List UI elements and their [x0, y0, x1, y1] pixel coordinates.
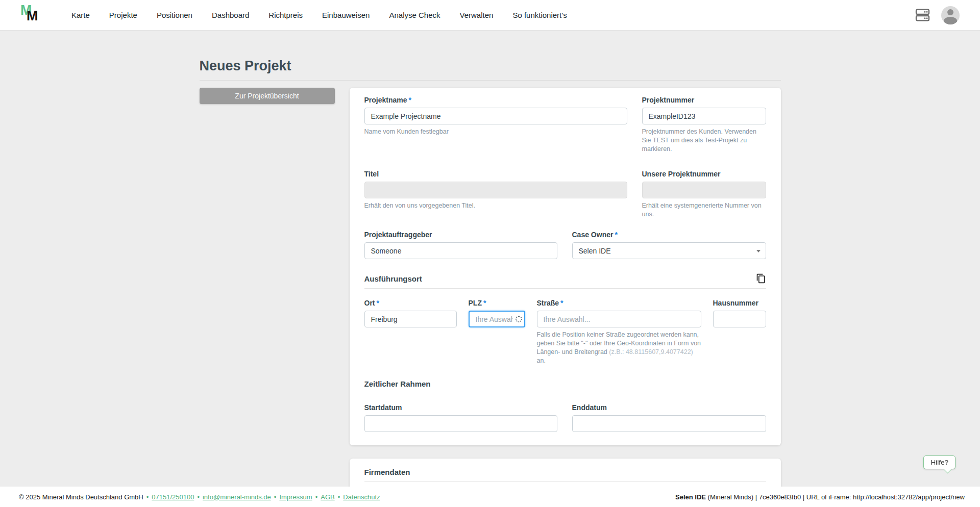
- user-avatar[interactable]: [941, 6, 960, 24]
- titel-hint: Erhält den von uns vorgegebenen Titel.: [364, 201, 627, 210]
- nav-item-verwalten[interactable]: Verwalten: [460, 11, 494, 19]
- nav-item-karte[interactable]: Karte: [71, 11, 90, 19]
- titel-label: Titel: [364, 170, 627, 178]
- ort-label: Ort*: [364, 299, 457, 307]
- help-button[interactable]: Hilfe?: [923, 455, 955, 469]
- session-user: Selen IDE: [675, 493, 706, 501]
- required-asterisk: *: [483, 299, 486, 307]
- case-owner-field: Case Owner* Selen IDE: [572, 231, 766, 259]
- projektauftraggeber-label: Projektauftraggeber: [364, 231, 557, 239]
- agb-link[interactable]: AGB: [321, 493, 334, 501]
- unsere-projektnummer-input: [642, 182, 766, 198]
- datenschutz-link[interactable]: Datenschutz: [343, 493, 380, 501]
- left-column: Zur Projektübersicht: [200, 88, 335, 104]
- hausnummer-input[interactable]: [713, 311, 766, 327]
- impressum-link[interactable]: Impressum: [279, 493, 312, 501]
- ausfuehrungsort-section-header: Ausführungsort: [364, 273, 766, 284]
- top-navigation-bar: M M Karte Projekte Positionen Dashboard …: [0, 0, 980, 31]
- plz-label: PLZ*: [469, 299, 525, 307]
- nav-item-so-funktionierts[interactable]: So funktioniert's: [512, 11, 567, 19]
- page-title: Neues Projekt: [200, 58, 781, 74]
- title-divider: [200, 80, 781, 81]
- back-to-projects-button[interactable]: Zur Projektübersicht: [200, 88, 335, 104]
- projektauftraggeber-input[interactable]: [364, 242, 557, 259]
- case-owner-label: Case Owner*: [572, 231, 766, 239]
- plz-field: PLZ*: [469, 299, 525, 327]
- zeitlicher-rahmen-section-title: Zeitlicher Rahmen: [364, 379, 431, 388]
- projektname-label: Projektname*: [364, 96, 627, 104]
- nav-item-positionen[interactable]: Positionen: [157, 11, 192, 19]
- startdatum-field: Startdatum: [364, 403, 557, 432]
- enddatum-input[interactable]: [572, 415, 766, 432]
- projektname-hint: Name vom Kunden festlegbar: [364, 128, 627, 136]
- hausnummer-label: Hausnummer: [713, 299, 766, 307]
- session-info: Selen IDE (Mineral Minds) | 7ce360e83fb0…: [675, 493, 965, 501]
- topbar-actions: [915, 6, 960, 24]
- titel-field: Titel Erhält den von uns vorgegebenen Ti…: [364, 170, 627, 210]
- case-owner-selected-value: Selen IDE: [579, 247, 611, 255]
- required-asterisk: *: [560, 299, 563, 307]
- enddatum-field: Enddatum: [572, 403, 766, 432]
- server-icon[interactable]: [915, 8, 930, 22]
- page-content: Neues Projekt Zur Projektübersicht Proje…: [200, 31, 781, 507]
- strasse-input[interactable]: [537, 311, 701, 327]
- copy-address-button[interactable]: [756, 273, 766, 284]
- unsere-projektnummer-hint: Erhält eine systemgenerierte Nummer von …: [642, 201, 766, 219]
- titel-input: [364, 182, 627, 198]
- firmendaten-section-header: Firmendaten: [364, 468, 766, 476]
- ort-input[interactable]: [364, 311, 457, 327]
- nav-item-dashboard[interactable]: Dashboard: [212, 11, 249, 19]
- hausnummer-field: Hausnummer: [713, 299, 766, 327]
- projektname-input[interactable]: [364, 108, 627, 124]
- required-asterisk: *: [409, 96, 411, 104]
- nav-item-analyse-check[interactable]: Analyse Check: [389, 11, 440, 19]
- projektnummer-field: Projektnummer Projektnummer des Kunden. …: [642, 96, 766, 154]
- zeitlicher-rahmen-section-header: Zeitlicher Rahmen: [364, 379, 766, 388]
- strasse-label: Straße*: [537, 299, 701, 307]
- page-footer: © 2025 Mineral Minds Deutschland GmbH • …: [0, 487, 980, 507]
- unsere-projektnummer-field: Unsere Projektnummer Erhält eine systemg…: [642, 170, 766, 219]
- projektauftraggeber-field: Projektauftraggeber: [364, 231, 557, 259]
- nav-item-projekte[interactable]: Projekte: [109, 11, 137, 19]
- required-asterisk: *: [615, 231, 617, 239]
- unsere-projektnummer-label: Unsere Projektnummer: [642, 170, 766, 178]
- copy-icon: [756, 273, 766, 284]
- avatar-body-shape: [944, 17, 957, 24]
- brand-logo[interactable]: M M: [20, 4, 45, 27]
- phone-link[interactable]: 07151/250100: [152, 493, 194, 501]
- ausfuehrungsort-section-title: Ausführungsort: [364, 274, 422, 283]
- section-divider: [364, 481, 766, 481]
- avatar-head-shape: [947, 9, 953, 15]
- chevron-down-icon: [756, 250, 761, 252]
- speech-bubble-tail: [944, 465, 952, 473]
- footer-company-info: © 2025 Mineral Minds Deutschland GmbH • …: [19, 493, 380, 501]
- logo-letter-black: M: [27, 8, 38, 24]
- enddatum-label: Enddatum: [572, 403, 766, 412]
- main-nav: Karte Projekte Positionen Dashboard Rich…: [71, 11, 915, 19]
- section-divider: [364, 393, 766, 393]
- session-details: (Mineral Minds) | 7ce360e83fb0 | URL of …: [706, 493, 965, 501]
- nav-item-richtpreis[interactable]: Richtpreis: [268, 11, 303, 19]
- nav-item-einbauweisen[interactable]: Einbauweisen: [322, 11, 370, 19]
- strasse-hint: Falls die Position keiner Straße zugeord…: [537, 331, 701, 365]
- projektnummer-hint: Projektnummer des Kunden. Verwenden Sie …: [642, 128, 766, 154]
- required-asterisk: *: [377, 299, 379, 307]
- startdatum-label: Startdatum: [364, 403, 557, 412]
- firmendaten-section-title: Firmendaten: [364, 468, 410, 476]
- project-form-card: Projektname* Name vom Kunden festlegbar …: [350, 88, 781, 445]
- section-divider: [364, 288, 766, 289]
- loading-spinner-icon: [516, 316, 522, 322]
- help-button-label: Hilfe?: [930, 459, 948, 466]
- startdatum-input[interactable]: [364, 415, 557, 432]
- ort-field: Ort*: [364, 299, 457, 327]
- case-owner-select[interactable]: Selen IDE: [572, 242, 766, 259]
- projektnummer-input[interactable]: [642, 108, 766, 124]
- copyright-text: © 2025 Mineral Minds Deutschland GmbH: [19, 493, 143, 501]
- projektnummer-label: Projektnummer: [642, 96, 766, 104]
- strasse-field: Straße* Falls die Position keiner Straße…: [537, 299, 701, 365]
- projektname-field: Projektname* Name vom Kunden festlegbar: [364, 96, 627, 136]
- email-link[interactable]: info@mineral-minds.de: [203, 493, 271, 501]
